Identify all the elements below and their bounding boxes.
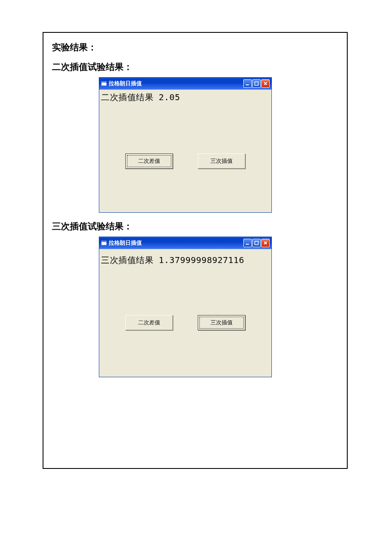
button-row: 二次差值 三次插值 [99, 315, 271, 330]
button-row: 二次差值 三次插值 [99, 153, 271, 169]
result-label: 二次插值结果 2.05 [99, 90, 271, 103]
window-controls [243, 239, 270, 247]
close-button[interactable] [261, 239, 270, 247]
section2-heading: 三次插值试验结果： [52, 220, 338, 232]
section1-heading: 二次插值试验结果： [52, 61, 338, 73]
app-window-2: 拉格朗日插值 三次插值结果 1.37999998927116 二次差值 三次插值 [99, 237, 272, 377]
titlebar[interactable]: 拉格朗日插值 [99, 78, 271, 90]
quadratic-button[interactable]: 二次差值 [125, 153, 173, 169]
minimize-button[interactable] [243, 239, 252, 247]
svg-rect-7 [255, 241, 258, 245]
result-label: 三次插值结果 1.37999998927116 [99, 249, 271, 266]
svg-rect-5 [101, 241, 107, 242]
client-area: 二次插值结果 2.05 二次差值 三次插值 [99, 90, 271, 212]
app-window-1: 拉格朗日插值 二次插值结果 2.05 二次差值 三次插值 [99, 77, 272, 213]
cubic-button[interactable]: 三次插值 [198, 153, 245, 169]
window-controls [243, 79, 270, 88]
titlebar-left: 拉格朗日插值 [101, 80, 142, 87]
svg-rect-2 [246, 84, 249, 85]
svg-rect-1 [101, 81, 107, 83]
document-frame: 实验结果： 二次插值试验结果： 拉格朗日插值 [43, 32, 348, 469]
window-title: 拉格朗日插值 [109, 80, 142, 87]
maximize-button[interactable] [252, 79, 261, 88]
svg-rect-3 [255, 82, 258, 85]
cubic-button[interactable]: 三次插值 [198, 315, 245, 330]
svg-rect-6 [246, 244, 249, 245]
close-button[interactable] [261, 79, 270, 88]
maximize-button[interactable] [252, 239, 261, 247]
main-heading: 实验结果： [52, 41, 338, 53]
window-title: 拉格朗日插值 [109, 239, 142, 247]
form-icon [101, 81, 107, 87]
client-area: 三次插值结果 1.37999998927116 二次差值 三次插值 [99, 249, 271, 377]
form-icon [101, 240, 107, 246]
quadratic-button[interactable]: 二次差值 [125, 315, 173, 330]
titlebar-left: 拉格朗日插值 [101, 239, 142, 247]
titlebar[interactable]: 拉格朗日插值 [99, 237, 271, 249]
minimize-button[interactable] [243, 79, 252, 88]
